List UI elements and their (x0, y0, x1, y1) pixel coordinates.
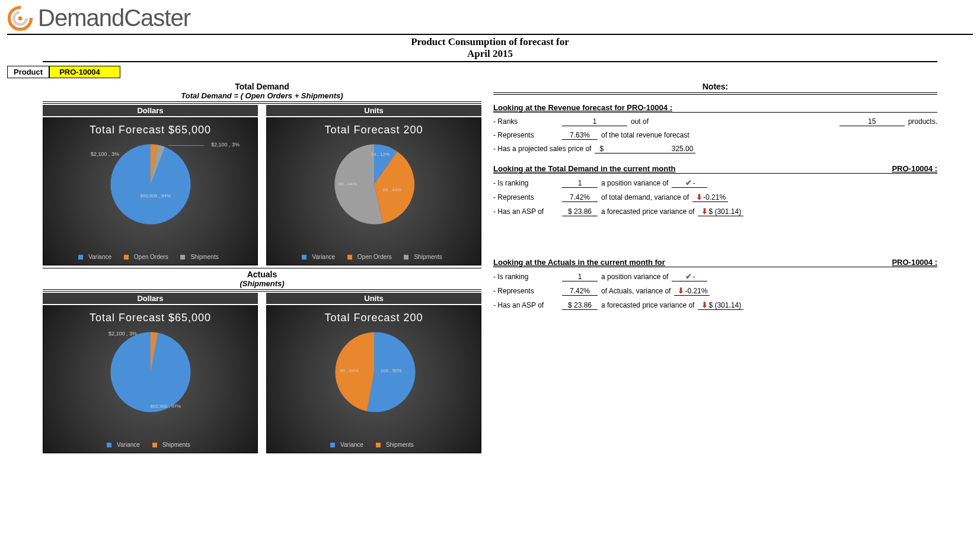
report-title-line2: April 2015 (7, 48, 973, 60)
col-units-ac: Units (266, 293, 481, 304)
notes3-asp: - Has an ASP of $ 23.86 a forecasted pri… (493, 300, 937, 310)
legend: Variance Open Orders Shipments (43, 254, 257, 260)
notes3-heading: Looking at the Actuals in the current mo… (493, 258, 937, 267)
slice-label: 88 , 44% (339, 181, 357, 187)
notes2-heading: Looking at the Total Demand in the curre… (493, 164, 937, 174)
notes1-represents: - Represents 7.63% of the total revenue … (493, 131, 937, 140)
slice-label: $60,800 , 94% (141, 193, 171, 199)
section-actuals-title: Actuals (43, 270, 481, 279)
slice-label: $62,900 , 97% (151, 404, 181, 409)
arrow-down-icon: ⬇ (700, 300, 708, 309)
header: DemandCaster (7, 5, 973, 35)
svg-point-2 (18, 16, 22, 20)
col-dollars-ac: Dollars (43, 293, 258, 304)
chart-td-dollars: Total Forecast $65,000 $2,100 , 3% $2,10… (43, 117, 258, 265)
notes1-heading: Looking at the Revenue forecast for PRO-… (493, 103, 937, 113)
product-selector: Product PRO-10004 (7, 66, 973, 78)
report-title-line1: Product Consumption of forecast for (7, 36, 973, 48)
arrow-down-icon: ⬇ (695, 193, 703, 201)
section-total-demand-sub: Total Demand = ( Open Orders + Shipments… (43, 91, 481, 100)
notes2-rank: - Is ranking 1 a position variance of ✔- (493, 178, 937, 188)
callout: $2,100 , 3% (211, 142, 240, 148)
product-value[interactable]: PRO-10004 (49, 66, 120, 78)
report-title: Product Consumption of forecast for Apri… (7, 36, 973, 60)
legend: Variance Shipments (43, 441, 257, 448)
col-units-td: Units (266, 105, 481, 116)
chart-title: Total Forecast $65,000 (43, 312, 257, 324)
notes3-rank: - Is ranking 1 a position variance of ✔- (493, 272, 937, 281)
slice-label: 88 , 44% (383, 187, 402, 193)
notes-heading: Notes: (493, 82, 937, 91)
notes1-rank: - Ranks 1 out of 15 products. (493, 117, 937, 126)
chart-ac-units: Total Forecast 200 88 , 44% 100 , 50% Va… (266, 305, 481, 453)
notes2-represents: - Represents 7.42% of total demand, vari… (493, 193, 937, 202)
chart-td-units: Total Forecast 200 24 , 12% 88 , 44% 88 … (266, 117, 481, 265)
notes1-asp: - Has a projected sales price of $325.00 (493, 145, 937, 153)
check-icon: ✔ (684, 178, 692, 187)
slice-label: 24 , 12% (371, 152, 390, 157)
check-icon: ✔ (684, 272, 692, 281)
chart-title: Total Forecast 200 (267, 312, 481, 324)
legend: Variance Open Orders Shipments (267, 254, 481, 260)
notes3-represents: - Represents 7.42% of Actuals, variance … (493, 286, 937, 296)
section-total-demand-title: Total Demand (43, 82, 481, 91)
chart-ac-dollars: Total Forecast $65,000 $2,100 , 3% $62,9… (43, 305, 258, 453)
chart-title: Total Forecast 200 (267, 124, 481, 136)
chart-title: Total Forecast $65,000 (43, 124, 257, 136)
brand-name: DemandCaster (38, 5, 190, 31)
logo-swirl-icon (7, 5, 33, 31)
section-actuals-sub: (Shipments) (43, 279, 481, 288)
notes2-asp: - Has an ASP of $ 23.86 a forecasted pri… (493, 207, 937, 216)
product-label: Product (7, 66, 49, 78)
legend: Variance Shipments (267, 441, 481, 448)
col-dollars-td: Dollars (43, 105, 258, 116)
arrow-down-icon: ⬇ (700, 207, 708, 216)
slice-label: 88 , 44% (340, 368, 359, 373)
arrow-down-icon: ⬇ (676, 286, 685, 295)
slice-label: 100 , 50% (381, 368, 402, 373)
